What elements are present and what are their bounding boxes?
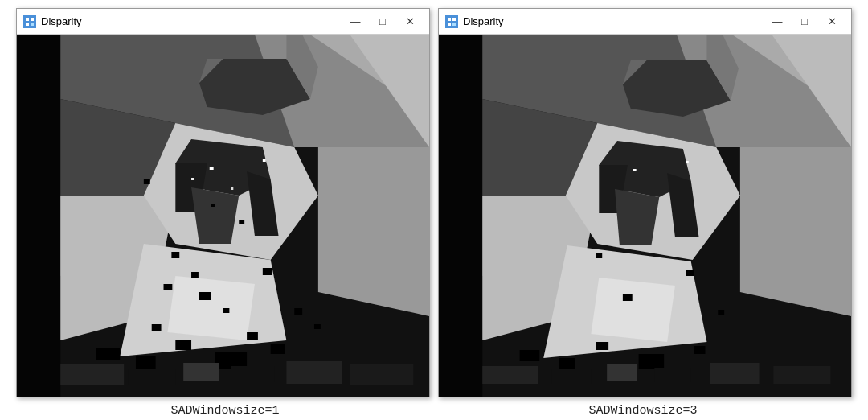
svg-rect-47 [350,364,413,385]
minimize-button-right[interactable]: — [764,10,790,33]
svg-rect-80 [520,350,540,361]
titlebar-title-right: Disparity [463,15,764,27]
svg-rect-50 [263,159,266,162]
svg-rect-92 [686,161,689,163]
titlebar-right: Disparity — □ ✕ [439,9,851,35]
titlebar-controls-right: — □ ✕ [764,10,845,33]
svg-rect-86 [551,369,591,384]
svg-rect-42 [60,364,124,385]
svg-rect-82 [639,354,665,369]
maximize-button-left[interactable]: □ [370,10,395,33]
svg-marker-70 [591,278,675,342]
svg-marker-71 [740,147,851,316]
svg-rect-44 [183,363,219,381]
svg-rect-38 [294,308,302,315]
caption-right: SADWindowsize=3 [588,404,697,418]
svg-rect-54 [452,18,456,21]
svg-rect-90 [773,366,830,384]
svg-rect-24 [144,179,150,184]
svg-rect-84 [718,310,724,315]
svg-rect-88 [654,368,690,382]
svg-rect-43 [128,369,175,385]
titlebar-left: Disparity — □ ✕ [17,9,429,35]
svg-rect-91 [633,169,637,171]
svg-rect-78 [623,294,633,301]
caption-left: SADWindowsize=1 [170,404,279,418]
svg-rect-89 [710,363,759,384]
disparity-image-left [17,35,429,397]
svg-rect-32 [152,324,162,331]
svg-rect-1 [26,18,29,21]
svg-rect-4 [31,23,34,26]
svg-rect-37 [247,332,258,340]
window-icon-left [23,15,36,28]
window-icon-right [445,15,458,28]
svg-rect-27 [171,252,179,258]
svg-rect-85 [482,366,538,384]
svg-rect-48 [210,167,214,170]
svg-marker-16 [191,187,239,244]
svg-rect-49 [191,178,194,180]
svg-marker-19 [318,147,429,316]
disparity-image-right [439,35,851,397]
svg-rect-46 [286,361,342,384]
svg-rect-30 [223,308,230,313]
svg-rect-28 [263,268,272,275]
svg-rect-39 [314,324,321,329]
minimize-button-left[interactable]: — [342,10,368,33]
svg-rect-76 [596,253,602,258]
svg-rect-26 [239,220,244,224]
titlebar-controls-left: — □ ✕ [342,10,423,33]
close-button-left[interactable]: ✕ [397,10,423,33]
caption-area: SADWindowsize=1 SADWindowsize=3 [0,397,868,420]
svg-rect-55 [448,23,451,26]
svg-rect-31 [175,340,191,350]
svg-marker-18 [167,276,255,340]
svg-marker-68 [615,189,659,245]
svg-rect-40 [191,272,199,278]
svg-rect-81 [559,358,575,370]
svg-rect-41 [164,284,173,290]
window-right: Disparity — □ ✕ [438,8,852,397]
svg-rect-2 [31,18,34,21]
svg-rect-25 [211,204,215,207]
maximize-button-right[interactable]: □ [792,10,817,33]
svg-rect-45 [231,366,274,382]
svg-rect-87 [607,364,637,381]
svg-rect-3 [26,23,29,26]
titlebar-title-left: Disparity [41,15,342,27]
svg-rect-58 [439,35,482,397]
svg-rect-53 [448,18,451,21]
windows-container: Disparity — □ ✕ [0,0,868,397]
svg-rect-51 [231,187,233,190]
window-left: Disparity — □ ✕ [16,8,430,397]
svg-rect-29 [199,292,211,300]
svg-rect-79 [596,342,608,350]
close-button-right[interactable]: ✕ [819,10,845,33]
svg-rect-56 [452,23,456,26]
svg-rect-6 [17,35,60,397]
svg-rect-36 [271,344,285,354]
svg-rect-83 [694,346,706,354]
svg-rect-77 [686,270,694,276]
svg-rect-33 [96,348,121,360]
